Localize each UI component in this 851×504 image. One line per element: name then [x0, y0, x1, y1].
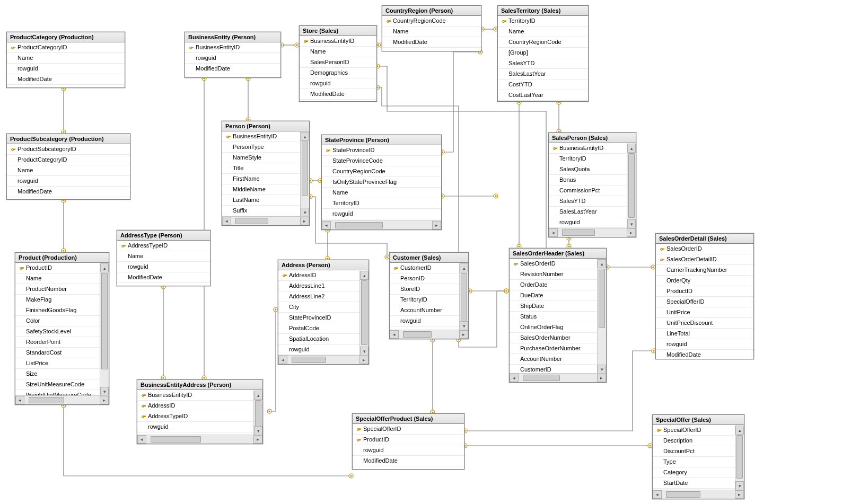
scroll-thumb[interactable]	[361, 280, 367, 345]
vertical-scrollbar[interactable]: ▴▾	[597, 259, 606, 374]
column-row[interactable]: SalesLastYear	[549, 207, 627, 217]
scroll-left-icon[interactable]: ◂	[222, 217, 231, 225]
column-row[interactable]: SalesPersonID	[300, 57, 376, 68]
table-Customer[interactable]: Customer (Sales)CustomerIDPersonIDStoreI…	[389, 252, 469, 339]
horizontal-scrollbar[interactable]: ◂▸	[510, 373, 606, 382]
column-row[interactable]: Bonus	[549, 175, 627, 185]
column-row[interactable]: WeightUnitMeasureCode	[15, 390, 100, 395]
column-row[interactable]: SpecialOfferID	[656, 297, 753, 307]
scroll-down-icon[interactable]: ▾	[100, 387, 109, 396]
horizontal-scrollbar[interactable]: ◂▸	[549, 228, 636, 237]
column-row[interactable]: Demographics	[300, 68, 376, 78]
scroll-thumb[interactable]	[235, 218, 268, 224]
column-row[interactable]: AddressID	[278, 270, 360, 281]
column-row[interactable]: TerritoryID	[549, 154, 627, 164]
column-row[interactable]: MiddleName	[222, 184, 301, 195]
column-row[interactable]: SizeUnitMeasureCode	[15, 379, 100, 390]
vertical-scrollbar[interactable]: ▴▾	[359, 271, 369, 356]
column-row[interactable]: IsOnlyStateProvinceFlag	[322, 177, 441, 188]
column-row[interactable]: Name	[498, 26, 588, 37]
table-SalesOrderHeader[interactable]: SalesOrderHeader (Sales)SalesOrderIDRevi…	[509, 248, 607, 383]
horizontal-scrollbar[interactable]: ◂▸	[137, 435, 262, 444]
table-BusinessEntityAddress[interactable]: BusinessEntityAddress (Person)BusinessEn…	[137, 379, 263, 444]
column-row[interactable]: StoreID	[390, 284, 460, 295]
scroll-down-icon[interactable]: ▾	[301, 208, 309, 217]
scroll-left-icon[interactable]: ◂	[137, 435, 146, 444]
column-row[interactable]: TerritoryID	[498, 16, 588, 26]
column-row[interactable]: StateProvinceID	[322, 145, 441, 156]
column-row[interactable]: PersonType	[222, 142, 301, 153]
table-Store[interactable]: Store (Sales)BusinessEntityIDNameSalesPe…	[299, 25, 377, 102]
column-row[interactable]: Type	[653, 457, 735, 467]
scroll-right-icon[interactable]: ▸	[627, 228, 636, 237]
scroll-left-icon[interactable]: ◂	[653, 490, 662, 499]
column-row[interactable]: LastName	[222, 195, 301, 206]
scroll-right-icon[interactable]: ▸	[300, 217, 309, 225]
column-row[interactable]: OrderQty	[656, 276, 753, 286]
scroll-thumb[interactable]	[666, 491, 700, 498]
scroll-left-icon[interactable]: ◂	[322, 221, 331, 229]
scroll-thumb[interactable]	[335, 222, 383, 228]
scroll-up-icon[interactable]: ▴	[598, 259, 606, 268]
diagram-canvas[interactable]: ProductCategory (Production)ProductCateg…	[0, 0, 851, 504]
column-row[interactable]: MakeFlag	[15, 295, 100, 305]
column-row[interactable]: Name	[117, 251, 210, 262]
column-row[interactable]: SpecialOfferID	[653, 425, 735, 436]
scroll-thumb[interactable]	[29, 397, 64, 403]
column-row[interactable]: ModifiedDate	[656, 350, 753, 358]
column-row[interactable]: ModifiedDate	[382, 37, 481, 48]
column-row[interactable]: CountryRegionCode	[498, 37, 588, 48]
column-row[interactable]: CostLastYear	[498, 90, 588, 101]
column-row[interactable]: CountryRegionCode	[322, 166, 441, 177]
column-row[interactable]: SalesYTD	[549, 196, 627, 207]
scroll-thumb[interactable]	[461, 273, 467, 322]
scroll-up-icon[interactable]: ▴	[627, 144, 636, 153]
column-row[interactable]: ReorderPoint	[15, 337, 100, 348]
column-row[interactable]: ModifiedDate	[7, 74, 125, 85]
scroll-thumb[interactable]	[599, 269, 605, 328]
horizontal-scrollbar[interactable]: ◂▸	[653, 490, 744, 499]
column-row[interactable]: PurchaseOrderNumber	[510, 343, 598, 354]
vertical-scrollbar[interactable]: ▴▾	[627, 144, 636, 228]
table-ProductSubcategory[interactable]: ProductSubcategory (Production)ProductSu…	[6, 134, 130, 200]
column-row[interactable]: City	[278, 302, 360, 313]
column-row[interactable]: rowguid	[137, 422, 254, 432]
table-StateProvince[interactable]: StateProvince (Person)StateProvinceIDSta…	[321, 135, 442, 230]
column-row[interactable]: UnitPriceDiscount	[656, 318, 753, 329]
scroll-left-icon[interactable]: ◂	[549, 228, 558, 237]
column-row[interactable]: AccountNumber	[510, 354, 598, 365]
horizontal-scrollbar[interactable]: ◂▸	[222, 216, 309, 225]
scroll-up-icon[interactable]: ▴	[254, 391, 262, 400]
scroll-right-icon[interactable]: ▸	[100, 396, 109, 404]
column-row[interactable]: AddressTypeID	[137, 411, 254, 422]
scroll-left-icon[interactable]: ◂	[510, 374, 519, 382]
column-row[interactable]: Title	[222, 163, 301, 174]
scroll-right-icon[interactable]: ▸	[432, 221, 441, 229]
column-row[interactable]: CarrierTrackingNumber	[656, 265, 753, 276]
column-row[interactable]: Name	[7, 165, 130, 176]
column-row[interactable]: BusinessEntityID	[222, 131, 301, 142]
scroll-down-icon[interactable]: ▾	[627, 219, 636, 228]
column-row[interactable]: SalesOrderNumber	[510, 333, 598, 343]
column-row[interactable]: Category	[653, 467, 735, 478]
column-row[interactable]: CountryRegionCode	[382, 16, 481, 26]
vertical-scrollbar[interactable]: ▴▾	[735, 426, 744, 490]
vertical-scrollbar[interactable]: ▴▾	[300, 132, 309, 217]
column-row[interactable]: OrderDate	[510, 280, 598, 290]
column-row[interactable]: BusinessEntityID	[137, 390, 254, 401]
column-row[interactable]: SalesOrderID	[510, 259, 598, 269]
scroll-right-icon[interactable]: ▸	[253, 435, 262, 444]
scroll-left-icon[interactable]: ◂	[278, 356, 287, 364]
column-row[interactable]: ModifiedDate	[117, 272, 210, 283]
column-row[interactable]: Name	[382, 26, 481, 37]
column-row[interactable]: BusinessEntityID	[185, 42, 280, 53]
table-CountryRegion[interactable]: CountryRegion (Person)CountryRegionCodeN…	[382, 5, 481, 51]
column-row[interactable]: rowguid	[656, 339, 753, 350]
column-row[interactable]: CustomerID	[390, 263, 460, 273]
column-row[interactable]: NameStyle	[222, 153, 301, 163]
scroll-up-icon[interactable]: ▴	[100, 263, 109, 272]
horizontal-scrollbar[interactable]: ◂▸	[390, 330, 468, 339]
table-SpecialOfferProduct[interactable]: SpecialOfferProduct (Sales)SpecialOfferI…	[352, 413, 464, 470]
table-BusinessEntity[interactable]: BusinessEntity (Person)BusinessEntityIDr…	[185, 32, 281, 78]
column-row[interactable]: rowguid	[549, 217, 627, 228]
